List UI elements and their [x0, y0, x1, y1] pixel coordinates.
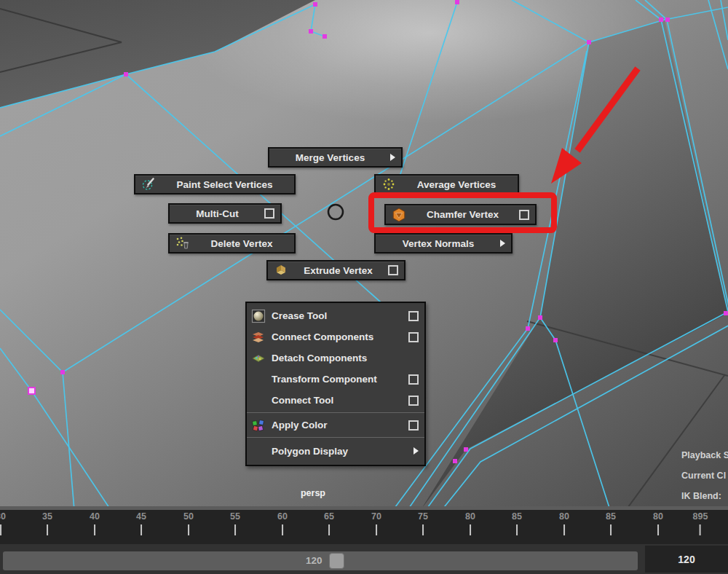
- option-box[interactable]: [388, 265, 398, 275]
- menu-label: Extrude Vertex: [293, 265, 383, 276]
- menu-label: Connect Components: [272, 331, 403, 342]
- menu-item-delete-vertex[interactable]: Delete Vertex: [168, 233, 296, 253]
- submenu-arrow-icon: [414, 447, 419, 455]
- option-box[interactable]: [264, 208, 274, 219]
- time-slider[interactable]: 30 35 40 45 50 55 60 65 70 75 80 85 80 8…: [0, 510, 728, 545]
- end-time-value: 120: [678, 554, 695, 565]
- timeline-tick: 55: [230, 511, 240, 535]
- timeline-tick: 60: [277, 511, 288, 535]
- connect-components-icon: [251, 330, 266, 345]
- timeline-tick: 85: [606, 511, 616, 535]
- extrude-vertex-icon: [274, 263, 288, 278]
- menu-item-merge-vertices[interactable]: Merge Vertices: [268, 147, 403, 168]
- detach-components-icon: [251, 351, 266, 366]
- menu-item-crease-tool[interactable]: Crease Tool: [247, 305, 424, 326]
- timeline-tick: 895: [693, 511, 708, 535]
- timeline-tick: 50: [183, 511, 194, 535]
- menu-label: Apply Color: [272, 420, 403, 430]
- timeline-tick: 70: [371, 511, 381, 535]
- menu-separator: [247, 412, 424, 413]
- timeline-tick: 30: [0, 511, 6, 535]
- viewport-hud: Playback S Current Cl IK Blend:: [681, 445, 728, 506]
- menu-label: Delete Vertex: [195, 238, 288, 249]
- menu-label: Vertex Normals: [381, 238, 495, 249]
- menu-label: Detach Components: [272, 353, 419, 363]
- menu-label: Average Vertices: [401, 179, 512, 190]
- option-box[interactable]: [408, 396, 419, 406]
- range-slider-track[interactable]: 120: [3, 551, 638, 570]
- option-box[interactable]: [408, 311, 419, 321]
- option-box[interactable]: [408, 374, 419, 385]
- timeline-tick: 80: [465, 511, 475, 535]
- menu-item-connect-tool[interactable]: Connect Tool: [247, 390, 424, 411]
- camera-label: persp: [288, 488, 339, 498]
- paint-brush-icon: [141, 177, 156, 192]
- menu-item-detach-components[interactable]: Detach Components: [247, 347, 424, 369]
- timeline-tick: 80: [559, 511, 569, 535]
- animation-end-time-field[interactable]: 120: [645, 546, 728, 573]
- menu-label: Multi-Cut: [175, 208, 259, 219]
- icon-spacer: [251, 393, 266, 408]
- submenu-arrow-icon: [500, 240, 505, 247]
- menu-item-extrude-vertex[interactable]: Extrude Vertex: [266, 260, 405, 280]
- timeline-tick: 45: [136, 511, 146, 535]
- selected-vertex[interactable]: [28, 388, 35, 394]
- menu-item-average-vertices[interactable]: Average Vertices: [374, 174, 519, 194]
- maya-window: persp Playback S Current Cl IK Blend: Me…: [0, 0, 728, 574]
- delete-vertex-icon: [175, 236, 190, 251]
- menu-item-paint-select-vertices[interactable]: Paint Select Vertices: [134, 174, 296, 194]
- annotation-highlight-rect: [368, 192, 557, 233]
- menu-item-vertex-normals[interactable]: Vertex Normals: [374, 233, 513, 253]
- menu-item-multi-cut[interactable]: Multi-Cut: [168, 203, 282, 224]
- hud-current-character: Current Cl: [681, 465, 728, 486]
- menu-item-apply-color[interactable]: Apply Color: [247, 414, 424, 436]
- average-vertices-icon: [381, 177, 396, 192]
- menu-label: Connect Tool: [272, 395, 403, 406]
- crease-tool-icon: [251, 309, 266, 323]
- range-slider-handle[interactable]: [329, 553, 344, 569]
- icon-spacer: [251, 444, 266, 458]
- apply-color-icon: [251, 418, 266, 433]
- overflow-menu-panel: Crease Tool Connect Components Detach Co…: [245, 302, 426, 466]
- menu-item-transform-component[interactable]: Transform Component: [247, 369, 424, 390]
- menu-item-polygon-display[interactable]: Polygon Display: [247, 439, 424, 463]
- option-box[interactable]: [408, 420, 419, 430]
- timeline-tick: 75: [418, 511, 428, 535]
- range-end-label: 120: [306, 555, 323, 566]
- menu-label: Polygon Display: [272, 446, 408, 457]
- menu-label: Paint Select Vertices: [161, 179, 288, 190]
- timeline-tick: 80: [653, 511, 663, 535]
- menu-label: Transform Component: [272, 374, 403, 385]
- menu-separator: [247, 437, 424, 438]
- hud-playback: Playback S: [681, 445, 728, 465]
- menu-label: Merge Vertices: [275, 152, 385, 163]
- icon-spacer: [251, 372, 266, 387]
- timeline-tick: 85: [512, 511, 522, 535]
- submenu-arrow-icon: [390, 154, 395, 161]
- timeline-tick: 65: [324, 511, 334, 535]
- menu-label: Crease Tool: [272, 310, 403, 321]
- menu-item-connect-components[interactable]: Connect Components: [247, 326, 424, 347]
- range-slider-bar: 120 120: [0, 544, 728, 574]
- timeline-tick: 40: [90, 511, 100, 535]
- option-box[interactable]: [408, 332, 419, 342]
- hud-ik-blend: IK Blend:: [681, 486, 728, 506]
- timeline-tick: 35: [42, 511, 52, 535]
